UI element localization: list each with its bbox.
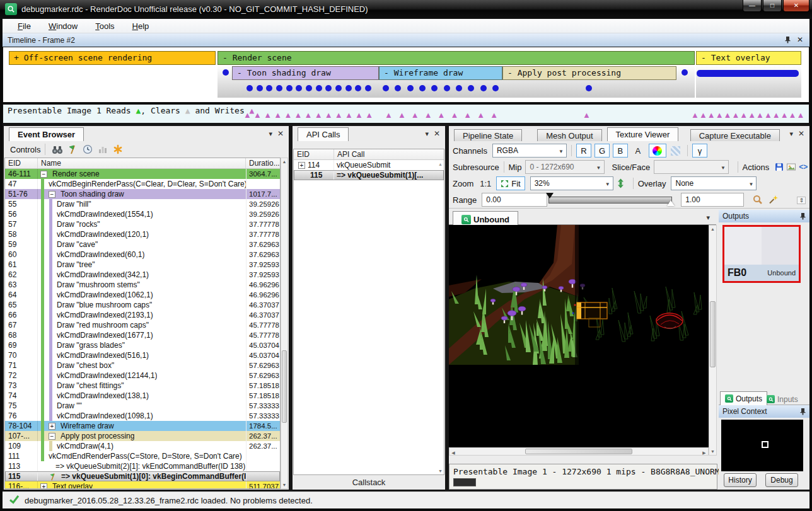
timeline-marker-dot[interactable] [223, 69, 229, 76]
tab-inputs[interactable]: Inputs [763, 393, 802, 405]
draw-event-dot[interactable] [306, 85, 312, 91]
scroll-right-icon[interactable]: ▶ [702, 449, 707, 456]
event-row-60[interactable]: 60vkCmdDrawIndexed(60,1)37.62963 [5, 250, 280, 260]
flip-vertical-icon[interactable] [613, 177, 629, 190]
close-icon[interactable]: ✕ [434, 130, 440, 137]
event-row-61[interactable]: 61Draw "tree"37.92593 [5, 260, 280, 270]
draw-event-dot[interactable] [365, 85, 371, 91]
col-api-call[interactable]: API Call [334, 149, 444, 159]
pixel-context-header[interactable]: Pixel Context [719, 405, 809, 418]
overflow-toolbar-icon[interactable]: ⇕ [797, 197, 806, 204]
outputs-header[interactable]: Outputs [719, 210, 809, 222]
draw-event-dot[interactable] [355, 85, 361, 91]
event-row-109[interactable]: 109vkCmdDraw(4,1)262.37... [5, 441, 280, 451]
event-row-65[interactable]: 65Draw "blue mushroom caps"46.37037 [5, 300, 280, 310]
range-slider-bar[interactable] [548, 197, 672, 204]
expand-toggle-icon[interactable]: + [49, 423, 55, 430]
timeline-header[interactable]: Timeline - Frame #2 ✕ [3, 33, 809, 47]
event-row-76[interactable]: 76vkCmdDrawIndexed(1098,1)57.33333 [5, 411, 280, 421]
expand-toggle-icon[interactable]: − [49, 433, 55, 440]
overlay-select[interactable]: None▼ [671, 176, 757, 190]
draw-event-dot[interactable] [246, 85, 253, 91]
draw-event-dot[interactable] [296, 85, 302, 91]
chevron-down-icon[interactable]: ▾ [706, 214, 710, 221]
chevron-down-icon[interactable]: ▾ [789, 130, 793, 137]
draw-event-dot[interactable] [431, 85, 438, 91]
event-row-51-76[interactable]: 51-76−Toon shading draw1017.7... [5, 189, 280, 199]
range-white-handle[interactable] [667, 200, 675, 206]
event-row-57[interactable]: 57Draw "rocks"37.77778 [5, 219, 280, 229]
event-row-111[interactable]: 111vkCmdEndRenderPass(C=Store, D=Store, … [5, 451, 280, 461]
menu-item-window[interactable]: Window [42, 20, 84, 33]
time-duration-icon[interactable] [80, 143, 95, 156]
event-row-78-104[interactable]: 78-104+Wireframe draw1784.5... [5, 421, 280, 431]
event-row-55[interactable]: 55Draw "hill"39.25926 [5, 199, 280, 209]
event-row-67[interactable]: 67Draw "red mushroom caps"45.77778 [5, 320, 280, 330]
texture-image[interactable] [449, 225, 709, 447]
api-calls-table[interactable]: EID API Call +114vkQueueSubmit115=> vkQu… [293, 149, 444, 475]
chevron-down-icon[interactable]: ▾ [269, 130, 272, 137]
wireframe-draw-dots[interactable] [383, 85, 499, 91]
slice-face-select[interactable]: ▼ [654, 160, 729, 174]
event-row-70[interactable]: 70vkCmdDrawIndexed(516,1)45.03704 [5, 350, 280, 360]
draw-event-dot[interactable] [586, 85, 592, 91]
event-row-66[interactable]: 66vkCmdDrawIndexed(2193,1)46.37037 [5, 310, 280, 320]
scroll-up-icon[interactable]: ▲ [438, 162, 443, 166]
fb0-thumbnail[interactable]: FB0 Unbound [722, 225, 801, 283]
zoom-range-icon[interactable] [750, 193, 765, 206]
tab-pipeline-state[interactable]: Pipeline State [454, 129, 522, 141]
event-row-69[interactable]: 69Draw "grass blades"45.03704 [5, 340, 280, 350]
event-row-74[interactable]: 74vkCmdDrawIndexed(138,1)57.18518 [5, 391, 280, 401]
channel-a-button[interactable]: A [631, 144, 645, 158]
event-row-47[interactable]: 47vkCmdBeginRenderPass(C=Clear, D=Clear,… [5, 179, 280, 189]
timeline-marker-dot2[interactable] [682, 69, 688, 76]
event-row-71[interactable]: 71Draw "chest box"57.62963 [5, 360, 280, 370]
timeline-bar-wireframe[interactable]: - Wireframe draw [379, 66, 502, 80]
tab-event-browser[interactable]: Event Browser [9, 127, 84, 141]
event-row-107-...[interactable]: 107-...−Apply post processing262.37... [5, 431, 280, 441]
draw-event-dot[interactable] [492, 85, 499, 91]
event-row-46-111[interactable]: 46-111−Render scene3064.7... [5, 169, 280, 179]
timeline-bar-offscreen[interactable]: + Off-screen scene rendering [9, 51, 216, 65]
timeline-events-pill[interactable] [697, 70, 799, 77]
draw-event-dot[interactable] [316, 85, 322, 91]
scroll-down-icon[interactable]: ▼ [438, 469, 443, 473]
timeline-bar-toon[interactable]: - Toon shading draw [232, 66, 379, 80]
event-row-62[interactable]: 62vkCmdDrawIndexed(342,1)37.92593 [5, 270, 280, 280]
expand-toggle-icon[interactable]: − [49, 191, 55, 198]
event-row-59[interactable]: 59Draw "cave"37.62963 [5, 239, 280, 250]
event-row-115[interactable]: 115=> vkQueueSubmit(1)[0]: vkBeginComman… [5, 471, 280, 481]
range-black-handle[interactable] [546, 193, 554, 198]
event-table-header[interactable]: EID Name Duratio... [5, 158, 280, 169]
menu-item-help[interactable]: Help [126, 20, 156, 33]
channel-g-button[interactable]: G [594, 144, 610, 158]
zoom-1to1-button[interactable]: 1:1 [478, 176, 492, 190]
event-row-75[interactable]: 75Draw ""57.33333 [5, 401, 280, 411]
pin-icon[interactable] [784, 36, 791, 45]
checker-backdrop-button[interactable] [669, 144, 683, 158]
event-row-113[interactable]: 113=> vkQueueSubmit(2)[1]: vkEndCommandB… [5, 461, 280, 471]
debug-button[interactable]: Debug [765, 473, 798, 487]
draw-event-dot[interactable] [383, 85, 389, 91]
draw-event-dot[interactable] [419, 85, 426, 91]
range-max-input[interactable]: 1.00 [681, 193, 744, 207]
bookmark-flag-icon[interactable] [65, 143, 80, 156]
timeline-canvas[interactable]: + Off-screen scene rendering - Render sc… [3, 47, 809, 103]
range-min-input[interactable]: 0.00 [482, 193, 547, 207]
toon-draw-dots[interactable] [246, 85, 371, 91]
draw-event-dot[interactable] [480, 85, 487, 91]
open-image-icon[interactable] [786, 161, 798, 173]
col-eid[interactable]: EID [5, 158, 38, 168]
draw-event-dot[interactable] [257, 85, 263, 91]
api-call-row-115[interactable]: 115=> vkQueueSubmit(1)[... [294, 170, 444, 180]
draw-event-dot[interactable] [276, 85, 282, 91]
postprocess-draw-dots[interactable] [586, 85, 592, 91]
channel-r-button[interactable]: R [576, 144, 591, 158]
col-eid[interactable]: EID [294, 149, 334, 159]
highlight-asterisk-icon[interactable] [110, 143, 125, 156]
tab-mesh-output[interactable]: Mesh Output [537, 129, 601, 141]
find-icon[interactable] [50, 143, 65, 156]
event-table[interactable]: EID Name Duratio... 46-111−Render scene3… [4, 158, 281, 489]
draw-event-dot[interactable] [444, 85, 450, 91]
event-row-58[interactable]: 58vkCmdDrawIndexed(120,1)37.77778 [5, 229, 280, 239]
